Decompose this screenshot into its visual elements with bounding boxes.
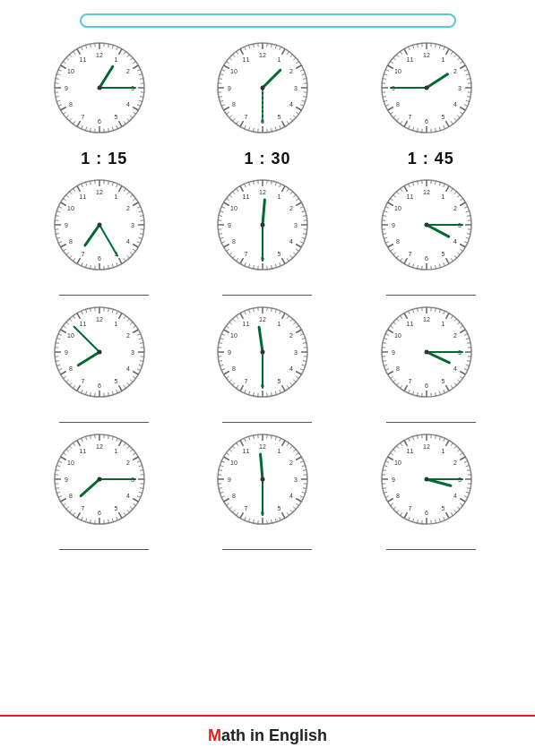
- svg-text:9: 9: [229, 349, 232, 356]
- svg-text:1: 1: [115, 448, 118, 454]
- answer-line-4: [59, 287, 149, 296]
- svg-text:11: 11: [80, 448, 87, 454]
- page: 123456789101112 1 : 15 123456789101112 1…: [0, 0, 535, 756]
- svg-text:6: 6: [425, 255, 428, 262]
- svg-text:11: 11: [243, 448, 250, 454]
- svg-text:11: 11: [406, 321, 413, 327]
- clock-face-1: 123456789101112: [50, 39, 158, 146]
- svg-text:8: 8: [396, 493, 400, 499]
- svg-text:2: 2: [290, 68, 294, 74]
- svg-text:4: 4: [126, 238, 130, 245]
- svg-text:7: 7: [82, 114, 85, 120]
- clock-cell-6: 123456789101112: [354, 176, 508, 296]
- time-label-2: 1 : 30: [244, 150, 290, 168]
- answer-line-12: [386, 541, 476, 550]
- clock-face-12: 123456789101112: [377, 430, 485, 537]
- svg-text:8: 8: [396, 101, 400, 107]
- svg-point-531: [98, 350, 102, 355]
- svg-point-227: [424, 86, 428, 90]
- svg-point-607: [261, 350, 265, 355]
- svg-text:7: 7: [245, 505, 248, 511]
- svg-point-759: [98, 477, 102, 482]
- svg-text:9: 9: [65, 222, 68, 228]
- svg-text:5: 5: [441, 251, 444, 257]
- svg-text:3: 3: [458, 85, 462, 91]
- svg-text:1: 1: [115, 321, 118, 327]
- clock-cell-5: 123456789101112: [190, 176, 344, 296]
- footer-red-line: [0, 715, 535, 717]
- svg-text:11: 11: [80, 193, 87, 200]
- svg-text:5: 5: [115, 378, 118, 384]
- answer-line-7: [59, 414, 149, 423]
- clock-cell-11: 123456789101112: [190, 430, 344, 550]
- svg-text:9: 9: [392, 222, 395, 228]
- svg-point-683: [424, 350, 428, 355]
- svg-text:7: 7: [245, 378, 248, 384]
- clock-face-7: 123456789101112: [50, 303, 158, 410]
- svg-text:8: 8: [233, 365, 237, 372]
- svg-text:8: 8: [233, 493, 237, 499]
- svg-point-303: [98, 223, 102, 228]
- svg-text:12: 12: [260, 52, 267, 58]
- svg-text:8: 8: [69, 365, 73, 372]
- svg-text:5: 5: [278, 505, 281, 511]
- svg-text:10: 10: [67, 332, 74, 339]
- clock-cell-2: 123456789101112 1 : 30: [190, 39, 344, 168]
- clock-cell-10: 123456789101112: [27, 430, 181, 550]
- svg-text:11: 11: [406, 193, 413, 200]
- svg-text:11: 11: [406, 56, 413, 63]
- answer-line-5: [222, 287, 312, 296]
- svg-text:11: 11: [243, 193, 250, 200]
- svg-text:2: 2: [453, 460, 457, 466]
- clock-cell-12: 123456789101112: [354, 430, 508, 550]
- clock-cell-9: 123456789101112: [354, 303, 508, 423]
- svg-text:12: 12: [423, 52, 430, 58]
- svg-text:9: 9: [229, 477, 232, 483]
- svg-text:4: 4: [126, 365, 130, 372]
- svg-text:11: 11: [243, 321, 250, 327]
- svg-text:5: 5: [115, 114, 118, 120]
- svg-text:8: 8: [396, 238, 400, 245]
- svg-text:5: 5: [441, 505, 444, 511]
- svg-text:3: 3: [295, 85, 298, 91]
- svg-text:7: 7: [408, 114, 411, 120]
- svg-text:10: 10: [67, 460, 74, 466]
- svg-text:4: 4: [290, 238, 294, 245]
- clock-cell-1: 123456789101112 1 : 15: [27, 39, 181, 168]
- clock-face-4: 123456789101112: [50, 176, 158, 283]
- svg-text:2: 2: [290, 332, 294, 339]
- answer-line-8: [222, 414, 312, 423]
- svg-text:12: 12: [423, 443, 430, 450]
- svg-text:10: 10: [231, 332, 238, 339]
- svg-text:2: 2: [453, 332, 457, 339]
- svg-text:11: 11: [80, 56, 87, 63]
- svg-point-835: [261, 477, 265, 482]
- svg-text:6: 6: [98, 118, 101, 125]
- clock-face-9: 123456789101112: [377, 303, 485, 410]
- svg-text:10: 10: [394, 332, 401, 339]
- svg-text:4: 4: [126, 493, 130, 499]
- svg-text:9: 9: [65, 85, 68, 91]
- svg-text:4: 4: [290, 365, 294, 372]
- svg-text:5: 5: [441, 378, 444, 384]
- svg-text:1: 1: [441, 193, 444, 200]
- svg-text:2: 2: [290, 205, 294, 211]
- svg-text:6: 6: [98, 255, 101, 262]
- svg-text:12: 12: [423, 189, 430, 195]
- svg-text:7: 7: [408, 505, 411, 511]
- clock-face-10: 123456789101112: [50, 430, 158, 537]
- svg-text:9: 9: [229, 222, 232, 228]
- footer-brand: ath in English: [221, 726, 327, 744]
- svg-text:7: 7: [245, 114, 248, 120]
- svg-text:9: 9: [229, 85, 232, 91]
- svg-text:2: 2: [126, 460, 130, 466]
- svg-text:8: 8: [396, 365, 400, 372]
- time-label-1: 1 : 15: [81, 150, 127, 168]
- clock-cell-7: 123456789101112: [27, 303, 181, 423]
- svg-text:7: 7: [82, 251, 85, 257]
- svg-text:6: 6: [98, 382, 101, 389]
- svg-text:2: 2: [126, 205, 130, 211]
- svg-text:4: 4: [290, 101, 294, 107]
- clock-grid: 123456789101112 1 : 15 123456789101112 1…: [18, 39, 517, 550]
- svg-text:1: 1: [278, 321, 281, 327]
